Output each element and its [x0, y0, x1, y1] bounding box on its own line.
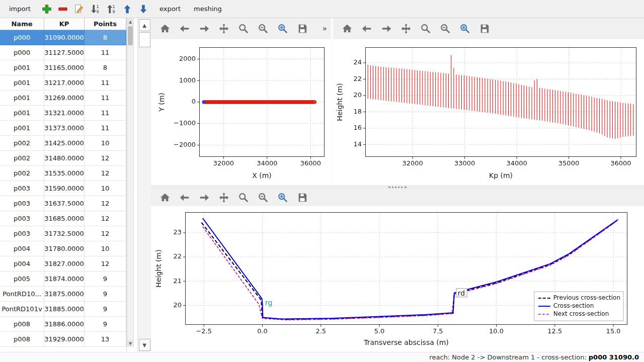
column-header-name[interactable]: Name	[0, 18, 44, 30]
splitter-handle[interactable]	[151, 185, 644, 189]
table-cell: p008	[0, 332, 44, 347]
zoom-icon[interactable]	[236, 191, 251, 205]
column-header-points[interactable]: Points	[85, 18, 126, 30]
table-cell: 31425.0000	[44, 136, 85, 151]
home-icon[interactable]	[158, 191, 172, 205]
sort-descending-icon[interactable]: 19	[88, 2, 102, 16]
top-plots-row: »	[151, 18, 644, 185]
table-cell: 12	[85, 196, 126, 211]
table-cell: 31373.0000	[44, 121, 85, 136]
subplots-icon[interactable]	[256, 191, 270, 205]
add-icon[interactable]	[40, 2, 54, 16]
table-row[interactable]: PontRD10...31875.00009	[0, 287, 126, 302]
table-row[interactable]: p00131373.000011	[0, 121, 126, 136]
forward-icon[interactable]	[197, 22, 211, 36]
table-cell: 31090.0000	[44, 30, 85, 45]
table-cell: p000	[0, 45, 44, 60]
column-header-kp[interactable]: KP	[44, 18, 85, 30]
table-cell: 12	[85, 226, 126, 241]
menu-import[interactable]: import	[3, 3, 37, 15]
table-row[interactable]: p00031090.00008	[0, 30, 126, 45]
table-cell: 31269.0000	[44, 90, 85, 106]
subplots-icon[interactable]	[256, 22, 270, 36]
table-row[interactable]: p00431780.000010	[0, 241, 126, 256]
table-row[interactable]: p00331685.000012	[0, 211, 126, 226]
table-scroll-down-icon[interactable]: ▼	[127, 340, 133, 347]
table-row[interactable]: p00831929.000013	[0, 332, 126, 347]
table-cell: 9	[85, 317, 126, 332]
customize-icon[interactable]	[276, 191, 290, 205]
panel-scroll-down-icon[interactable]: ▼	[139, 339, 150, 351]
menu-meshing[interactable]: meshing	[188, 3, 228, 15]
table-row[interactable]: PontRD101v31885.00009	[0, 302, 126, 317]
table-cell: p005	[0, 272, 44, 287]
panel-scrollbar-thumb[interactable]	[139, 32, 150, 47]
move-up-icon[interactable]	[120, 2, 134, 16]
table-cell: 10	[85, 181, 126, 196]
toolbar-overflow-icon[interactable]: »	[323, 24, 327, 33]
svg-text:9: 9	[97, 10, 99, 14]
svg-text:1: 1	[113, 5, 115, 9]
move-down-icon[interactable]	[136, 2, 150, 16]
table-row[interactable]: p00831886.00009	[0, 317, 126, 332]
zoom-icon[interactable]	[236, 22, 251, 36]
forward-icon[interactable]	[197, 191, 211, 205]
table-row[interactable]: p00031127.500011	[0, 45, 126, 60]
zoom-icon[interactable]	[419, 22, 433, 36]
longitudinal-toolbar	[333, 18, 644, 39]
table-cell: 11	[85, 90, 126, 106]
table-row[interactable]: p00131165.00008	[0, 60, 126, 75]
table-row[interactable]: p00131321.000011	[0, 106, 126, 121]
table-scrollbar-thumb[interactable]	[128, 26, 133, 45]
table-cell: p001	[0, 90, 44, 106]
cross-section-table-body: p00031090.00008p00031127.500011p00131165…	[0, 30, 126, 347]
table-cell: 31127.5000	[44, 45, 85, 60]
panel-scrollbar[interactable]: ▲ ▼	[137, 18, 151, 352]
table-row[interactable]: p00231535.000012	[0, 166, 126, 181]
remove-icon[interactable]	[56, 2, 70, 16]
sort-ascending-icon[interactable]: 19	[104, 2, 118, 16]
pan-icon[interactable]	[399, 22, 413, 36]
back-icon[interactable]	[360, 22, 374, 36]
subplots-icon[interactable]	[438, 22, 452, 36]
table-scrollbar[interactable]: ▲ ▼	[127, 18, 134, 347]
plan-view-chart[interactable]	[151, 39, 331, 185]
pan-icon[interactable]	[217, 22, 231, 36]
table-cell: p003	[0, 226, 44, 241]
table-row[interactable]: p00131217.000011	[0, 75, 126, 90]
menu-export[interactable]: export	[153, 3, 187, 15]
table-row[interactable]: p00531874.00009	[0, 272, 126, 287]
table-cell: p004	[0, 256, 44, 272]
edit-icon[interactable]	[72, 2, 86, 16]
cross-section-chart[interactable]	[151, 206, 644, 352]
table-scroll-up-icon[interactable]: ▲	[127, 18, 133, 25]
forward-icon[interactable]	[379, 22, 393, 36]
table-cell: 31929.0000	[44, 332, 85, 347]
panel-scroll-up-icon[interactable]: ▲	[139, 19, 150, 31]
table-row[interactable]: p00331732.500012	[0, 226, 126, 241]
save-icon[interactable]	[295, 191, 309, 205]
table-cell: 12	[85, 151, 126, 166]
table-row[interactable]: p00231480.000012	[0, 151, 126, 166]
save-icon[interactable]	[477, 22, 492, 36]
save-icon[interactable]	[295, 22, 309, 36]
table-cell: 31321.0000	[44, 106, 85, 121]
home-icon[interactable]	[340, 22, 354, 36]
back-icon[interactable]	[178, 191, 192, 205]
cross-section-table: Name KP Points p00031090.00008p00031127.…	[0, 18, 127, 352]
customize-icon[interactable]	[458, 22, 472, 36]
pan-icon[interactable]	[217, 191, 231, 205]
table-cell: p001	[0, 75, 44, 90]
longitudinal-chart[interactable]	[333, 39, 644, 185]
table-cell: p008	[0, 317, 44, 332]
home-icon[interactable]	[158, 22, 172, 36]
table-row[interactable]: p00131269.000011	[0, 90, 126, 106]
back-icon[interactable]	[178, 22, 192, 36]
table-cell: 11	[85, 75, 126, 90]
table-row[interactable]: p00331637.500012	[0, 196, 126, 211]
customize-icon[interactable]	[276, 22, 290, 36]
table-row[interactable]: p00231425.000010	[0, 136, 126, 151]
splitter-dots-icon	[388, 187, 407, 188]
table-row[interactable]: p00431827.000012	[0, 256, 126, 272]
table-row[interactable]: p00331590.000010	[0, 181, 126, 196]
